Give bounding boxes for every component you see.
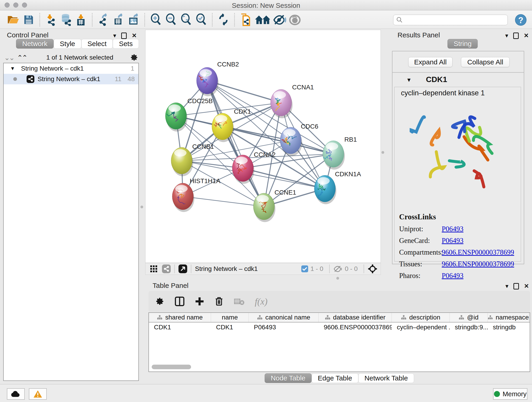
birds-eye-view-icon[interactable] <box>178 264 187 273</box>
open-session-button[interactable] <box>6 12 21 27</box>
selected-checkbox-icon[interactable] <box>301 265 308 272</box>
crosslink-link[interactable]: 9606.ENSP00000378699 <box>442 248 514 256</box>
add-column-icon[interactable] <box>195 297 204 306</box>
node-CDC6[interactable]: CDC6 <box>280 123 318 156</box>
expand-all-tree-icon[interactable]: ⌃⌃ <box>17 54 27 62</box>
edge-CCNE1-HIST1H1A[interactable] <box>183 196 264 206</box>
show-all-button[interactable] <box>288 12 303 27</box>
hide-selected-button[interactable] <box>272 12 288 27</box>
first-neighbors-button[interactable] <box>253 12 272 27</box>
crosslink-label: GeneCard: <box>399 236 442 245</box>
table-cell[interactable]: 9606.ENSP00000378699 <box>319 322 392 332</box>
table-cell[interactable]: stringdb <box>488 322 529 332</box>
memory-button[interactable]: Memory <box>493 388 527 400</box>
cloud-status-button[interactable] <box>7 388 25 400</box>
expand-all-button[interactable]: Expand All <box>408 57 452 67</box>
vertical-splitter-handle[interactable] <box>140 206 143 208</box>
clone-network-button[interactable] <box>238 12 253 27</box>
network-collection-row[interactable]: ▼ String Network – cdk1 1 <box>4 63 138 74</box>
network-row-selected[interactable]: String Network – cdk1 11 48 <box>4 74 138 84</box>
table-cell[interactable]: CDK1 <box>211 322 249 332</box>
import-network-button[interactable] <box>43 12 58 27</box>
node-label-CCNB2: CCNB2 <box>217 61 239 68</box>
refresh-layout-button[interactable] <box>216 12 231 27</box>
column-header-namespace[interactable]: namespace <box>488 313 529 322</box>
node-label-CCNE1: CCNE1 <box>274 189 296 196</box>
column-header-name[interactable]: name <box>211 313 249 322</box>
column-header-canonical-name[interactable]: canonical name <box>249 313 319 322</box>
tab-network[interactable]: Network <box>16 39 54 49</box>
tab-node-table[interactable]: Node Table <box>265 373 312 383</box>
zoom-in-button[interactable] <box>148 12 163 27</box>
column-header-description[interactable]: description <box>392 313 450 322</box>
search-input[interactable] <box>403 17 501 24</box>
grid-view-icon[interactable] <box>150 265 158 273</box>
horizontal-scrollbar[interactable] <box>151 365 527 370</box>
float-panel-icon[interactable] <box>513 283 519 289</box>
crosslink-link[interactable]: P06493 <box>442 272 463 280</box>
help-button[interactable]: ? <box>515 14 526 26</box>
network-graph[interactable]: CCNB2CCNA1CDC25BCDK1CDC6RB1CCNB1CCNA2CDK… <box>146 30 380 263</box>
export-network-button[interactable] <box>96 12 111 27</box>
eye-slash-icon <box>273 14 287 26</box>
horizontal-splitter-handle[interactable] <box>336 277 339 280</box>
collapse-all-tree-icon[interactable]: ⌄⌄ <box>4 54 14 62</box>
node-CCNB2[interactable]: CCNB2 <box>196 61 239 96</box>
section-collapse-arrow-icon[interactable]: ▼ <box>406 77 412 83</box>
close-panel-icon[interactable]: ✕ <box>524 32 529 39</box>
show-columns-icon[interactable] <box>175 296 185 306</box>
column-header-shared-name[interactable]: shared name <box>149 313 211 322</box>
zoom-fit-button[interactable] <box>178 12 194 27</box>
panel-menu-icon[interactable]: ▾ <box>505 32 508 39</box>
zoom-out-button[interactable] <box>163 12 178 27</box>
pan-crosshair-icon[interactable] <box>368 264 377 274</box>
warnings-button[interactable] <box>29 388 47 400</box>
tab-network-table[interactable]: Network Table <box>358 373 414 383</box>
float-panel-icon[interactable] <box>513 32 519 39</box>
node-CDKN1A[interactable]: CDKN1A <box>314 171 361 204</box>
crosslink-label: Tissues: <box>399 260 442 268</box>
crosslink-link[interactable]: P06493 <box>442 236 463 245</box>
close-panel-icon[interactable]: ✕ <box>132 32 137 39</box>
tab-string[interactable]: String <box>447 39 478 49</box>
crosslink-link[interactable]: P06493 <box>442 225 463 233</box>
column-header-at-id[interactable]: @id <box>450 313 488 322</box>
column-header-database-identifier[interactable]: database identifier <box>319 313 392 322</box>
collection-expand-arrow-icon[interactable]: ▼ <box>10 65 15 71</box>
node-table[interactable]: shared namenamecanonical namedatabase id… <box>148 313 530 372</box>
export-table-button[interactable] <box>111 12 126 27</box>
toolbar-search[interactable] <box>393 15 508 25</box>
tab-select[interactable]: Select <box>81 39 113 49</box>
vertical-splitter-handle[interactable] <box>381 151 384 154</box>
collapse-all-button[interactable]: Collapse All <box>461 57 510 67</box>
table-row[interactable]: CDK1CDK1P064939606.ENSP00000378699cyclin… <box>149 322 530 332</box>
table-cell[interactable]: cyclin–dependent ... <box>392 322 450 332</box>
node-RB1[interactable]: RB1 <box>323 136 357 170</box>
table-cell[interactable]: stringdb:9... <box>450 322 488 332</box>
edge-CCNB2-CCNE1[interactable] <box>207 81 264 206</box>
network-options-gear-icon[interactable] <box>130 53 138 62</box>
node-CCNA2[interactable]: CCNA2 <box>232 151 276 184</box>
zoom-selected-button[interactable] <box>194 12 209 27</box>
close-panel-icon[interactable]: ✕ <box>524 283 529 290</box>
string-view-icon[interactable] <box>162 264 171 273</box>
panel-menu-icon[interactable]: ▾ <box>113 32 116 39</box>
delete-trash-icon[interactable] <box>215 296 224 306</box>
node-CCNE1[interactable]: CCNE1 <box>253 189 296 222</box>
table-cell[interactable]: CDK1 <box>149 322 211 332</box>
crosslink-link[interactable]: 9606.ENSP00000378699 <box>442 260 514 268</box>
scrollbar-thumb[interactable] <box>152 365 191 369</box>
node-HIST1H1A[interactable]: HIST1H1A <box>172 177 220 212</box>
tab-edge-table[interactable]: Edge Table <box>312 373 358 383</box>
table-cell[interactable]: P06493 <box>249 322 319 332</box>
float-panel-icon[interactable] <box>121 32 127 39</box>
table-options-gear-icon[interactable] <box>155 297 165 306</box>
save-session-button[interactable] <box>21 12 36 27</box>
tab-sets[interactable]: Sets <box>113 39 139 49</box>
panel-menu-icon[interactable]: ▾ <box>505 283 508 290</box>
import-database-button[interactable] <box>58 12 74 27</box>
tab-style[interactable]: Style <box>54 39 81 49</box>
network-view-canvas[interactable]: CCNB2CCNA1CDC25BCDK1CDC6RB1CCNB1CCNA2CDK… <box>145 30 381 263</box>
export-image-button[interactable] <box>126 12 141 27</box>
import-table-button[interactable] <box>74 12 89 27</box>
